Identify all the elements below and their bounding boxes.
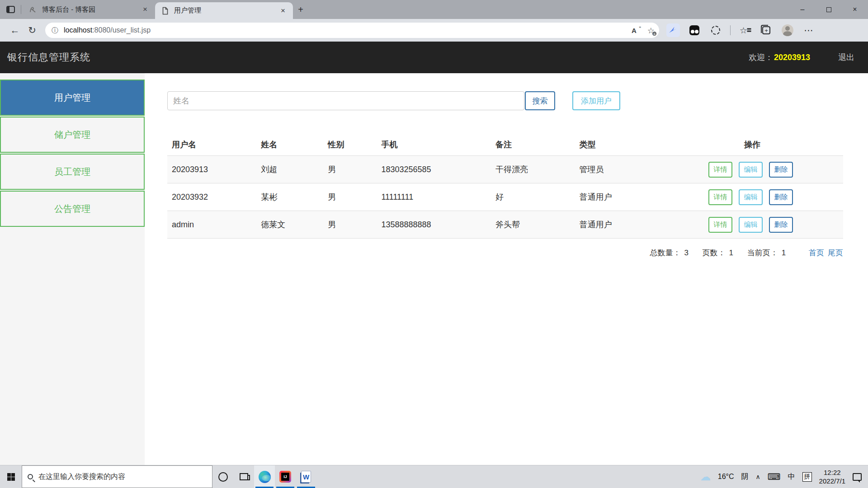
cell-username: 20203932	[167, 183, 256, 211]
taskbar-tray: ☁ 16°C 阴 ∧ ⌨ 中 拼 12:22 2022/7/1	[701, 465, 868, 488]
cell-gender: 男	[323, 156, 377, 183]
edit-button[interactable]: 编辑	[739, 217, 763, 233]
search-row: 搜索 添加用户	[167, 91, 843, 110]
ime-language-indicator[interactable]: 中	[788, 472, 795, 482]
tab-close-icon[interactable]: ×	[278, 5, 288, 16]
delete-button[interactable]: 删除	[769, 162, 793, 178]
collections-button[interactable]: +	[760, 23, 773, 37]
read-aloud-icon[interactable]: A	[632, 27, 640, 34]
cortana-button[interactable]	[212, 465, 233, 488]
first-page-link[interactable]: 首页	[809, 249, 824, 257]
detail-button[interactable]: 详情	[708, 162, 732, 178]
url-host: localhost	[64, 26, 92, 34]
windows-logo-icon	[7, 473, 15, 481]
add-user-button[interactable]: 添加用户	[572, 91, 620, 110]
edge-icon	[259, 471, 271, 483]
address-bar[interactable]: ⓘ localhost:8080/user_list.jsp A ☆+	[45, 23, 659, 38]
sidebar-item-notice-management[interactable]: 公告管理	[0, 191, 145, 227]
cell-phone: 18303256585	[377, 156, 491, 183]
cell-note: 好	[491, 183, 575, 211]
site-info-icon[interactable]: ⓘ	[52, 26, 58, 35]
cell-actions: 详情 编辑 删除	[701, 211, 843, 239]
avatar	[782, 24, 793, 36]
sidebar-item-user-management[interactable]: 用户管理	[0, 80, 145, 116]
extensions-button[interactable]	[709, 23, 722, 37]
minimize-button[interactable]: –	[789, 0, 816, 19]
ellipsis-icon: ⋯	[804, 25, 814, 36]
delete-button[interactable]: 删除	[769, 217, 793, 233]
last-page-link[interactable]: 尾页	[828, 249, 843, 257]
tab-user-management[interactable]: 用户管理 ×	[155, 2, 293, 19]
tab-title: 博客后台 - 博客园	[42, 5, 140, 14]
task-view-button[interactable]	[233, 465, 254, 488]
sidebar-item-employee-management[interactable]: 员工管理	[0, 154, 145, 190]
clock-date: 2022/7/1	[819, 477, 845, 485]
taskbar-app-intellij[interactable]: IJ	[275, 465, 296, 488]
cell-name: 德莱文	[256, 211, 323, 239]
pages-value: 1	[729, 249, 733, 257]
cell-type: 普通用户	[575, 183, 701, 211]
taskbar-search-placeholder: 在这里输入你要搜索的内容	[38, 472, 125, 482]
edit-button[interactable]: 编辑	[739, 162, 763, 178]
settings-menu-button[interactable]: ⋯	[802, 23, 816, 37]
add-favorite-icon[interactable]: ☆+	[647, 26, 655, 35]
cell-username: admin	[167, 211, 256, 239]
restore-button[interactable]	[816, 0, 842, 19]
weather-cloud-icon[interactable]: ☁	[701, 471, 711, 483]
detail-button[interactable]: 详情	[708, 189, 732, 205]
welcome-label: 欢迎：	[749, 52, 773, 63]
cell-note: 干得漂亮	[491, 156, 575, 183]
close-window-button[interactable]: ×	[842, 0, 868, 19]
url-path: :8080/user_list.jsp	[92, 26, 151, 34]
sidebar-item-depositor-management[interactable]: 储户管理	[0, 117, 145, 153]
current-label: 当前页：	[747, 249, 778, 257]
cell-actions: 详情 编辑 删除	[701, 183, 843, 211]
favorites-star-icon: ☆	[740, 25, 750, 35]
favorites-button[interactable]: ☆	[738, 23, 752, 37]
search-icon	[28, 474, 33, 479]
col-actions: 操作	[701, 136, 843, 156]
extensions-tray: ☆ + ⋯	[666, 23, 816, 37]
page-count: 页数：1	[703, 249, 733, 257]
refresh-button[interactable]: ↻	[24, 22, 41, 38]
plus-badge-icon: +	[652, 31, 657, 36]
taskbar-clock[interactable]: 12:22 2022/7/1	[819, 468, 845, 486]
total-label: 总数量：	[650, 249, 680, 257]
detail-button[interactable]: 详情	[708, 217, 732, 233]
delete-button[interactable]: 删除	[769, 189, 793, 205]
gear-icon	[711, 26, 720, 35]
col-gender: 性别	[323, 136, 377, 156]
back-button[interactable]: ←	[6, 22, 24, 38]
tab-blog-admin[interactable]: 博客后台 - 博客园 ×	[23, 0, 155, 19]
logout-link[interactable]: 退出	[838, 52, 854, 63]
taskbar-app-word[interactable]: W	[296, 465, 316, 488]
hidden-icons-chevron[interactable]: ∧	[755, 473, 760, 480]
table-row: 20203913 刘超 男 18303256585 干得漂亮 管理员 详情 编辑…	[167, 156, 843, 183]
search-button[interactable]: 搜索	[525, 91, 555, 110]
cell-note: 斧头帮	[491, 211, 575, 239]
dark-extension-button[interactable]	[688, 23, 701, 37]
page-favicon	[160, 6, 170, 15]
browser-titlebar: 博客后台 - 博客园 × 用户管理 × + – ×	[0, 0, 868, 19]
ime-mode-indicator[interactable]: 拼	[802, 472, 812, 482]
tab-close-icon[interactable]: ×	[140, 4, 151, 15]
weather-temperature[interactable]: 16°C	[718, 473, 734, 481]
word-icon: W	[301, 471, 311, 483]
edit-button[interactable]: 编辑	[739, 189, 763, 205]
tab-actions-menu-button[interactable]	[0, 0, 21, 19]
clock-time: 12:22	[824, 469, 841, 476]
profile-button[interactable]	[781, 23, 794, 37]
weather-condition[interactable]: 阴	[741, 472, 748, 482]
notification-center-icon[interactable]	[853, 473, 862, 481]
taskbar-app-edge[interactable]	[254, 465, 275, 488]
dark-extension-icon	[689, 25, 699, 35]
start-button[interactable]	[0, 465, 22, 488]
new-tab-button[interactable]: +	[293, 0, 308, 19]
pages-label: 页数：	[703, 249, 726, 257]
search-input[interactable]	[167, 91, 524, 110]
bird-extension-button[interactable]	[666, 23, 680, 37]
touch-keyboard-icon[interactable]: ⌨	[768, 471, 781, 482]
table-header-row: 用户名 姓名 性别 手机 备注 类型 操作	[167, 136, 843, 156]
taskbar-search-box[interactable]: 在这里输入你要搜索的内容	[22, 465, 212, 488]
browser-toolbar: ← ↻ ⓘ localhost:8080/user_list.jsp A ☆+ …	[0, 19, 868, 42]
